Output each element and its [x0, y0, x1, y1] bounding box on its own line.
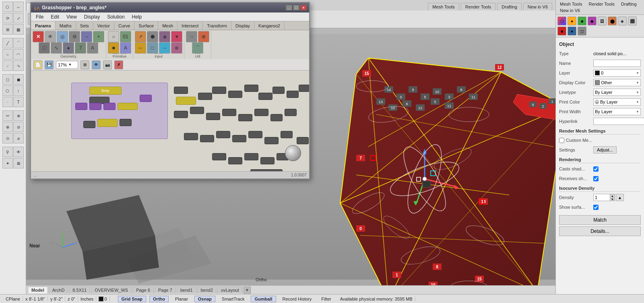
gh-icon-bubble[interactable]: ◎	[57, 31, 68, 42]
gh-node-15[interactable]	[228, 91, 242, 98]
tool-arc[interactable]: ◠	[13, 49, 24, 60]
gh-node-14[interactable]	[212, 87, 226, 94]
tab-bend2[interactable]: bend2	[197, 286, 217, 293]
gh-node-31[interactable]	[200, 135, 214, 142]
gh-tab-kangaroo[interactable]: Kangaroo2	[254, 21, 285, 30]
gh-node-7[interactable]	[140, 95, 152, 102]
gh-node-19[interactable]	[287, 91, 299, 98]
gh-node-18[interactable]	[272, 87, 285, 94]
tool-text[interactable]: T	[13, 97, 24, 107]
gh-node-12[interactable]	[176, 97, 196, 105]
tool-view[interactable]: 👁	[13, 147, 24, 157]
gh-node-13[interactable]	[198, 93, 212, 100]
gh-inp-2[interactable]: ⬣	[147, 31, 158, 42]
tool-snap[interactable]: ⊠	[13, 158, 24, 168]
tool-solid[interactable]: ◼	[13, 74, 24, 85]
tool-polyline[interactable]: ⟋	[2, 60, 13, 71]
gh-tab-vector[interactable]: Vector	[93, 21, 114, 30]
details-button[interactable]: Details...	[559, 226, 641, 236]
density-down[interactable]: ▼	[610, 197, 615, 201]
gh-node-29[interactable]	[285, 109, 297, 116]
gumball-btn[interactable]: Gumball	[251, 296, 276, 302]
tool-explode[interactable]: ⊗	[2, 122, 13, 132]
gh-node-25[interactable]	[222, 109, 236, 116]
toolbar-tab-mesh[interactable]: Mesh Tools	[428, 3, 459, 10]
density-more-btn[interactable]: ▲	[616, 194, 624, 201]
gh-inp-5[interactable]: ↔	[135, 42, 146, 54]
print-color-dropdown[interactable]: By Layer ▼	[593, 98, 641, 106]
record-history-btn[interactable]: Record History	[279, 296, 315, 302]
gh-node-27[interactable]	[254, 109, 268, 116]
gh-menu-help[interactable]: Help	[129, 13, 145, 21]
r-icon-tex4[interactable]: ⬛	[628, 17, 637, 25]
gh-maximize-btn[interactable]: □	[293, 5, 299, 10]
display-color-dropdown[interactable]: Other ▼	[593, 79, 641, 86]
tab-archd[interactable]: ArchD	[49, 286, 68, 293]
match-button[interactable]: Match	[559, 215, 641, 225]
gh-icon-num[interactable]: 7	[75, 42, 86, 54]
tool-offset[interactable]: ⊙	[2, 133, 13, 143]
gh-util-1[interactable]: →	[186, 31, 197, 42]
gh-canvas[interactable]: Brep	[31, 71, 309, 171]
tool-freeform[interactable]: ∿	[13, 60, 24, 71]
r-icon-color1[interactable]: ⬡	[557, 17, 566, 25]
tab-page6[interactable]: Page 6	[132, 286, 154, 293]
tool-select[interactable]: ⬡	[2, 2, 13, 12]
tool-point[interactable]: ·	[2, 97, 13, 107]
gh-camera-icon[interactable]: 📷	[103, 60, 112, 69]
gh-node-43[interactable]	[250, 169, 283, 171]
r-icon-color5[interactable]: ■	[557, 27, 566, 35]
gh-icon-arr[interactable]: →	[81, 31, 92, 42]
r-icon-tex3[interactable]: ◈	[618, 17, 627, 25]
gh-tab-transform[interactable]: Transform	[203, 21, 231, 30]
gh-icon-abc[interactable]: A	[87, 42, 98, 54]
gh-prim-1[interactable]: ○	[108, 31, 119, 42]
layer-dropdown[interactable]: 0 ▼	[593, 69, 641, 77]
tool-scale[interactable]: ⤢	[13, 13, 24, 23]
gh-inp-8[interactable]: ⊕	[171, 42, 182, 54]
tool-render[interactable]: ✦	[2, 158, 13, 168]
gh-node-23[interactable]	[190, 107, 204, 114]
gh-inp-6[interactable]: □	[147, 42, 158, 54]
gh-tab-sets[interactable]: Sets	[76, 21, 93, 30]
tool-join[interactable]: ⊕	[13, 110, 24, 121]
tab-model[interactable]: Model	[28, 286, 48, 293]
gh-util-2[interactable]: ⊗	[198, 31, 209, 42]
tab-overview[interactable]: OVERVIEW_WS	[91, 286, 132, 293]
linetype-dropdown[interactable]: By Layer ▼	[593, 89, 641, 96]
gh-tab-display[interactable]: Display	[231, 21, 254, 30]
gh-node-8[interactable]	[83, 121, 95, 128]
rt-tab-mesh[interactable]: Mesh Tools	[557, 1, 585, 7]
tool-analyze[interactable]: ⚲	[2, 147, 13, 157]
density-spinner[interactable]: ▲ ▼	[593, 194, 615, 201]
gh-node-37[interactable]	[297, 137, 309, 144]
toolbar-tab-newv6[interactable]: New in V6	[523, 3, 552, 10]
tool-array[interactable]: ▦	[13, 24, 24, 35]
gh-inp-4[interactable]: ♥	[171, 31, 182, 42]
tool-dim[interactable]: ↕	[13, 85, 24, 96]
tool-curve[interactable]: ⌒	[13, 38, 24, 48]
grid-snap-btn[interactable]: Grid Snap	[118, 296, 147, 302]
gh-fit-icon[interactable]: ⊞	[80, 60, 89, 69]
gh-new-icon[interactable]: 📄	[33, 60, 42, 69]
gh-icon-hex[interactable]: ⬡	[39, 42, 50, 54]
gh-menu-display[interactable]: Display	[81, 13, 103, 21]
gh-titlebar[interactable]: 🦗 Grasshopper - brep_angles* _ □ ×	[31, 3, 309, 12]
adjust-btn[interactable]: Adjust...	[593, 146, 617, 154]
gh-view-toggle[interactable]: 👁	[92, 60, 101, 69]
tool-mirror[interactable]: ⊞	[2, 24, 13, 35]
toolbar-tab-drafting[interactable]: Drafting	[497, 3, 522, 10]
gh-node-4[interactable]	[89, 103, 101, 110]
gh-node-40[interactable]	[244, 153, 258, 160]
gh-node-28[interactable]	[270, 114, 283, 121]
osnap-btn[interactable]: Osnap	[194, 296, 215, 302]
ortho-btn[interactable]: Ortho	[149, 296, 169, 302]
rt-tab-drafting[interactable]: Drafting	[618, 1, 640, 7]
name-input[interactable]	[593, 60, 641, 67]
smarttrack-btn[interactable]: SmartTrack	[219, 296, 248, 302]
rt-tab-newv6[interactable]: New in V6	[557, 7, 583, 14]
gh-tab-intersect[interactable]: Intersect	[178, 21, 203, 30]
tool-line[interactable]: ╱	[2, 38, 13, 48]
gh-node-6[interactable]	[118, 103, 138, 110]
gh-node-32[interactable]	[216, 131, 230, 138]
